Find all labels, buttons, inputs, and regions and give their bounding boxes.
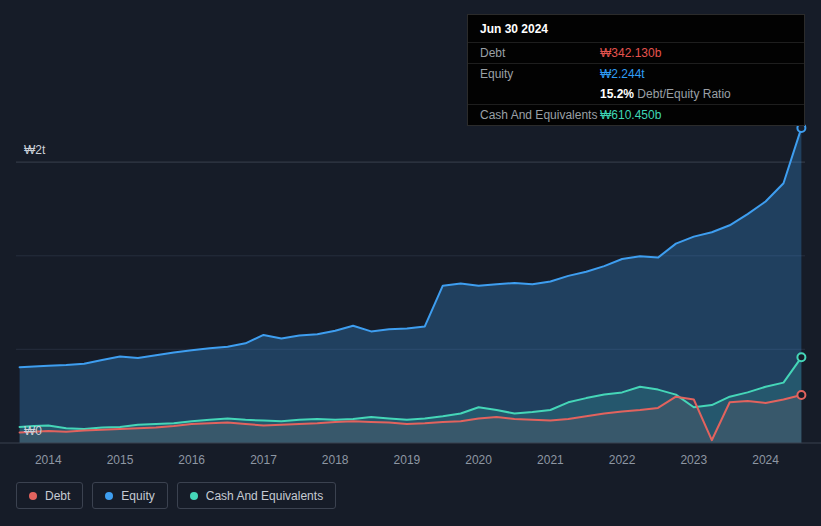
legend-item-debt[interactable]: Debt bbox=[16, 482, 83, 509]
x-tick-label: 2023 bbox=[680, 453, 707, 467]
tooltip-cash-value: ₩610.450b bbox=[600, 108, 804, 122]
debt-end-marker bbox=[797, 391, 805, 399]
y-tick-label: ₩2t bbox=[24, 143, 46, 157]
chart-legend: Debt Equity Cash And Equivalents bbox=[16, 482, 336, 509]
x-tick-label: 2020 bbox=[465, 453, 492, 467]
tooltip-row-cash: Cash And Equivalents ₩610.450b bbox=[468, 104, 804, 125]
legend-cash-label: Cash And Equivalents bbox=[206, 489, 323, 503]
x-tick-label: 2018 bbox=[322, 453, 349, 467]
x-tick-label: 2014 bbox=[35, 453, 62, 467]
debt-equity-chart: 2014201520162017201820192020202120222023… bbox=[0, 0, 821, 526]
tooltip-cash-label: Cash And Equivalents bbox=[468, 108, 600, 122]
debt-dot-icon bbox=[29, 492, 37, 500]
chart-plot-area[interactable]: 2014201520162017201820192020202120222023… bbox=[0, 110, 821, 490]
tooltip-date: Jun 30 2024 bbox=[468, 15, 804, 42]
x-tick-label: 2015 bbox=[107, 453, 134, 467]
tooltip-debt-label: Debt bbox=[468, 46, 600, 60]
legend-item-cash[interactable]: Cash And Equivalents bbox=[177, 482, 336, 509]
x-tick-label: 2017 bbox=[250, 453, 277, 467]
tooltip-equity-value: ₩2.244t bbox=[600, 67, 804, 81]
x-tick-label: 2024 bbox=[752, 453, 779, 467]
legend-debt-label: Debt bbox=[45, 489, 70, 503]
x-tick-label: 2019 bbox=[394, 453, 421, 467]
x-tick-label: 2016 bbox=[178, 453, 205, 467]
legend-equity-label: Equity bbox=[121, 489, 154, 503]
tooltip-ratio-value: 15.2% Debt/Equity Ratio bbox=[600, 87, 804, 101]
ratio-caption: Debt/Equity Ratio bbox=[634, 87, 731, 101]
cash-dot-icon bbox=[190, 492, 198, 500]
tooltip-row-equity: Equity ₩2.244t bbox=[468, 63, 804, 84]
tooltip-equity-label: Equity bbox=[468, 67, 600, 81]
equity-area bbox=[20, 128, 802, 443]
chart-tooltip: Jun 30 2024 Debt ₩342.130b Equity ₩2.244… bbox=[467, 14, 805, 126]
tooltip-row-debt: Debt ₩342.130b bbox=[468, 42, 804, 63]
x-tick-label: 2022 bbox=[609, 453, 636, 467]
cash-and-equivalents-end-marker bbox=[797, 353, 805, 361]
ratio-percent: 15.2% bbox=[600, 87, 634, 101]
tooltip-row-ratio: 15.2% Debt/Equity Ratio bbox=[468, 84, 804, 104]
x-tick-label: 2021 bbox=[537, 453, 564, 467]
equity-dot-icon bbox=[105, 492, 113, 500]
legend-item-equity[interactable]: Equity bbox=[92, 482, 167, 509]
y-tick-label: ₩0 bbox=[24, 424, 42, 438]
tooltip-debt-value: ₩342.130b bbox=[600, 46, 804, 60]
